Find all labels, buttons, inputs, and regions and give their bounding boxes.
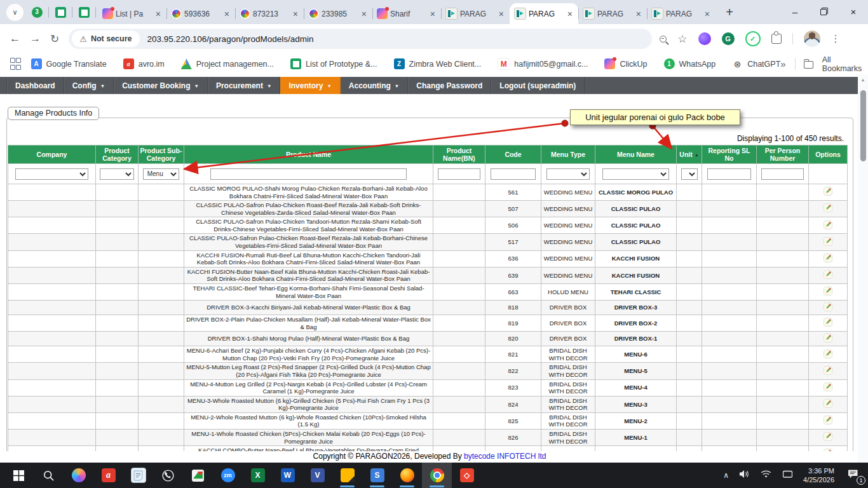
word-taskbar-icon[interactable]: W — [273, 463, 302, 488]
bookmark-item[interactable]: List of Prototype &... — [290, 58, 377, 69]
browser-tab[interactable]: PARAG× — [441, 3, 510, 24]
bookmark-item[interactable]: aavro.im — [123, 58, 165, 69]
bookmark-item[interactable]: ⊛ChatGPT — [732, 58, 780, 69]
column-header-menu-type[interactable]: Menu Type — [541, 146, 595, 164]
edit-icon[interactable] — [824, 399, 832, 408]
extensions-puzzle-icon[interactable] — [771, 34, 782, 44]
avro-taskbar-icon[interactable]: a — [93, 463, 123, 488]
minimize-button[interactable]: – — [780, 0, 810, 23]
yellowdoc-taskbar-icon[interactable] — [332, 463, 362, 488]
tab-close-icon[interactable]: × — [154, 9, 162, 19]
edit-icon[interactable] — [824, 318, 832, 327]
edit-icon[interactable] — [824, 287, 832, 295]
filter-input[interactable] — [761, 168, 803, 180]
browser-tab[interactable]: Sharif× — [372, 3, 441, 24]
edit-icon[interactable] — [824, 366, 832, 375]
clock[interactable]: 3:36 PM 4/25/2026 — [803, 466, 834, 485]
reddiamond-taskbar-icon[interactable]: ◇ — [452, 463, 482, 488]
browser-tab[interactable]: 233985× — [304, 3, 372, 24]
nav-item-customer-booking[interactable]: Customer Booking▼ — [114, 77, 208, 94]
filter-select[interactable] — [15, 168, 88, 180]
filter-input[interactable] — [210, 168, 407, 180]
nav-item-change-password[interactable]: Change Password — [408, 77, 491, 94]
browser-tab[interactable]: List | Pa× — [98, 3, 166, 24]
tab-search-button[interactable]: ∨ — [6, 4, 24, 21]
bookmark-item[interactable]: ZZimbra Web Client... — [394, 58, 482, 69]
edit-icon[interactable] — [824, 187, 832, 196]
close-button[interactable]: × — [839, 0, 868, 23]
bookmarks-overflow-icon[interactable]: » — [780, 58, 785, 69]
bookmark-item[interactable]: Mhafijmit05@gmail.c... — [498, 58, 588, 70]
column-header-menu-name[interactable]: Menu Name — [595, 146, 677, 164]
edit-icon[interactable] — [824, 203, 832, 212]
tab-close-icon[interactable]: × — [566, 9, 574, 19]
tab-close-icon[interactable]: × — [635, 9, 642, 19]
idm-taskbar-icon[interactable] — [183, 463, 213, 488]
column-header-reporting-sl-no[interactable]: Reporting SL No — [702, 146, 757, 164]
speaker-icon[interactable] — [738, 470, 750, 481]
edit-icon[interactable] — [824, 416, 832, 424]
column-header-company[interactable]: Company — [8, 146, 96, 164]
pinned-tab[interactable]: 3 — [27, 4, 46, 20]
bookmark-item[interactable]: 1WhatsApp — [664, 58, 716, 69]
leaf-extension-icon[interactable]: ✓ — [745, 31, 761, 46]
bookmark-star-icon[interactable]: ☆ — [677, 32, 687, 46]
win-taskbar-icon[interactable] — [4, 463, 34, 488]
bookmark-item[interactable]: AGoogle Translate — [31, 58, 107, 69]
forward-button[interactable]: → — [30, 32, 41, 45]
whatsapp-taskbar-icon[interactable] — [153, 463, 183, 488]
filter-select[interactable] — [602, 168, 670, 180]
chrome-taskbar-icon[interactable] — [422, 463, 452, 488]
filter-select[interactable] — [100, 168, 133, 180]
scroll-up-icon[interactable]: ▲ — [858, 78, 868, 82]
edit-icon[interactable] — [824, 432, 832, 441]
nav-item-procurement[interactable]: Procurement▼ — [208, 77, 280, 94]
tab-close-icon[interactable]: × — [429, 9, 437, 19]
restore-button[interactable] — [810, 0, 839, 23]
filter-input[interactable] — [707, 168, 752, 180]
nav-item-inventory[interactable]: Inventory▼ — [280, 77, 340, 94]
security-chip[interactable]: ⚠ Not secure — [72, 30, 139, 47]
tab-close-icon[interactable]: × — [703, 9, 711, 19]
nav-item-config[interactable]: Config▼ — [64, 77, 114, 94]
column-header-options[interactable]: Options — [809, 146, 848, 164]
all-bookmarks-button[interactable]: All Bookmarks — [822, 55, 864, 73]
edit-icon[interactable] — [824, 302, 832, 311]
filter-input[interactable] — [438, 168, 480, 180]
filter-input[interactable] — [491, 168, 536, 180]
zoom-taskbar-icon[interactable]: zm — [213, 463, 243, 488]
wave-extension-icon[interactable] — [698, 32, 711, 45]
notification-center-icon[interactable]: 1 — [846, 468, 860, 483]
nav-item-logout-superadmin-[interactable]: Logout (superadmin) — [491, 77, 585, 94]
scrollbar-thumb[interactable] — [860, 90, 866, 161]
copilot-taskbar-icon[interactable] — [64, 463, 93, 488]
s-taskbar-icon[interactable]: S — [362, 463, 392, 488]
firefox-taskbar-icon[interactable] — [392, 463, 422, 488]
column-header-product-category[interactable]: Product Category — [96, 146, 139, 164]
search-taskbar-icon[interactable] — [34, 463, 64, 488]
visio-taskbar-icon[interactable]: V — [302, 463, 332, 488]
edit-icon[interactable] — [824, 220, 832, 229]
menu-dots-icon[interactable]: ⋮ — [831, 33, 841, 44]
profile-avatar[interactable] — [804, 30, 820, 47]
column-header-product-sub-category[interactable]: Product Sub-Category — [139, 146, 184, 164]
tab-close-icon[interactable]: × — [223, 9, 231, 19]
column-header-code[interactable]: Code — [485, 146, 541, 164]
reload-button[interactable]: ↻ — [50, 32, 59, 46]
tab-close-icon[interactable]: × — [498, 9, 505, 19]
nav-item-accounting[interactable]: Accounting▼ — [341, 77, 408, 94]
filter-select[interactable]: Menu — [143, 168, 180, 180]
notepad-taskbar-icon[interactable] — [123, 463, 153, 488]
edit-icon[interactable] — [824, 270, 832, 279]
zoom-out-icon[interactable] — [660, 36, 667, 43]
browser-tab[interactable]: 873213× — [235, 3, 304, 24]
pinned-tab[interactable] — [51, 4, 70, 20]
bookmark-item[interactable]: ClickUp — [604, 58, 647, 69]
column-header-per-person-number[interactable]: Per Person Number — [757, 146, 809, 164]
edit-icon[interactable] — [824, 237, 832, 246]
filter-select[interactable] — [681, 168, 698, 180]
url-text[interactable]: 203.95.220.106/paragon/prodModels/admin — [147, 34, 314, 44]
bookmark-item[interactable]: Project managemen... — [181, 58, 274, 69]
new-tab-button[interactable]: + — [722, 5, 737, 20]
virtual-desktop-icon[interactable] — [782, 470, 794, 482]
